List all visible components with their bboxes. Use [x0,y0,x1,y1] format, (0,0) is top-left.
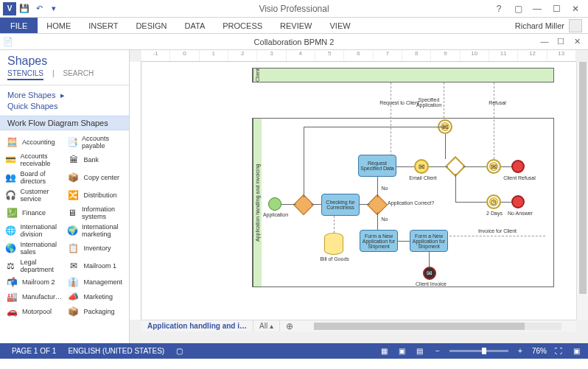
view-mode-icon[interactable]: ▦ [379,347,391,355]
scrollbar-horizontal[interactable] [314,323,561,330]
tab-file[interactable]: FILE [0,18,38,33]
sequence-flow[interactable] [501,202,511,203]
shape-item[interactable]: 📬Mailroom 2 [4,275,63,289]
start-event[interactable] [268,197,281,211]
maximize-icon[interactable]: ☐ [548,2,564,15]
event-email-client[interactable]: ✉ [414,159,429,174]
shape-item[interactable]: 📋Inventory [66,239,125,257]
shape-item[interactable]: 🏛Bank [66,151,125,169]
tab-data[interactable]: DATA [176,18,214,33]
shape-item[interactable]: 🏭Manufactur… [4,289,63,304]
close-icon[interactable]: ✕ [567,2,584,15]
help-icon[interactable]: ? [491,2,507,15]
scroll-thumb-h[interactable] [314,323,525,330]
status-page[interactable]: PAGE 1 OF 1 [6,347,62,355]
shape-item[interactable]: 🌎International sales [4,239,63,257]
sequence-flow[interactable] [377,177,378,197]
scrollbar-vertical[interactable] [576,62,588,320]
status-macro-icon[interactable]: ▢ [170,347,189,355]
view-mode-icon[interactable]: ▤ [414,347,426,355]
shape-item[interactable]: 📦Copy center [66,169,125,186]
sequence-flow[interactable] [501,166,511,167]
shape-item[interactable]: 🚗Motorpool [4,304,63,319]
tab-design[interactable]: DESIGN [127,18,175,33]
message-flow[interactable] [391,82,391,156]
minimize-icon[interactable]: — [529,2,545,15]
tab-view[interactable]: VIEW [321,18,359,33]
sequence-flow[interactable] [377,212,378,230]
doc-close-icon[interactable]: ✕ [570,37,584,46]
shape-item[interactable]: 🎧Customer service [4,186,63,204]
sequence-flow[interactable] [455,202,486,203]
shape-item[interactable]: ⚖Legal department [4,257,63,275]
shape-item[interactable]: 👥Board of directors [4,169,63,186]
page-tab-current[interactable]: Application handling and i… [141,320,253,331]
shape-item[interactable]: 🌐International division [4,222,63,239]
qat-dropdown-icon[interactable]: ▾ [47,2,60,15]
task-request-data[interactable]: Request Specified Data [358,155,396,177]
shape-item[interactable]: 📣Marketing [66,289,125,304]
sequence-flow[interactable] [281,204,296,205]
zoom-level[interactable]: 76% [532,347,547,355]
tab-review[interactable]: REVIEW [271,18,321,33]
page-add-button[interactable]: ⊕ [280,321,299,331]
sequence-flow[interactable] [304,127,445,127]
sequence-flow[interactable] [396,166,414,167]
subtab-stencils[interactable]: STENCILS [7,69,43,80]
sequence-flow[interactable] [429,166,448,167]
user-area[interactable]: Richard Miller [515,18,588,33]
sequence-flow[interactable] [445,134,446,159]
sequence-flow[interactable] [311,204,321,205]
shape-item[interactable]: 🌍International marketing [66,222,125,239]
data-association[interactable] [334,216,335,233]
fullscreen-icon[interactable]: ▣ [570,347,582,355]
save-icon[interactable]: 💾 [18,2,31,15]
shape-item[interactable]: 💹Finance [4,204,63,222]
undo-icon[interactable]: ↶ [32,2,46,15]
sequence-flow[interactable] [360,204,370,205]
view-mode-icon[interactable]: ▣ [396,347,408,355]
quick-shapes-link[interactable]: Quick Shapes [7,101,122,111]
datastore-bill[interactable] [324,233,343,255]
task-form-app-1[interactable]: Form a New Application for Shipment [360,230,398,252]
shape-item[interactable]: 👔Management [66,275,125,289]
pool-client[interactable]: Client [252,68,554,82]
shape-item[interactable]: 📦Packaging [66,304,125,319]
end-client-invoice[interactable]: ✉ [423,267,436,280]
intermediate-msg-refusal[interactable]: ✉ [486,159,501,174]
ribbon-toggle-icon[interactable]: ▢ [510,2,526,15]
shape-item[interactable]: 🔀Distribution [66,186,125,204]
sequence-flow[interactable] [463,166,486,167]
shape-item[interactable]: 🧮Accounting [4,133,63,151]
sequence-flow[interactable] [304,127,304,197]
stencil-header[interactable]: Work Flow Diagram Shapes [0,116,129,130]
shape-item[interactable]: 🖥Information systems [66,204,125,222]
doc-minimize-icon[interactable]: — [538,37,551,46]
scroll-thumb-v[interactable] [579,62,587,294]
doc-maximize-icon[interactable]: ☐ [554,37,567,46]
tab-home[interactable]: HOME [38,18,80,33]
tab-insert[interactable]: INSERT [80,18,127,33]
end-client-refusal[interactable] [511,160,525,173]
status-language[interactable]: ENGLISH (UNITED STATES) [62,347,170,355]
page-tab-all[interactable]: All ▴ [253,320,280,331]
task-check-correctness[interactable]: Checking for Correctness [321,194,360,216]
visio-app-icon[interactable]: V [3,2,16,15]
task-form-app-2[interactable]: Form a New Application for Shipment [410,230,448,252]
more-shapes-link[interactable]: More Shapes ▸ [7,90,122,101]
timer-event[interactable]: ◷ [486,194,501,209]
tab-process[interactable]: PROCESS [214,18,271,33]
message-flow[interactable] [494,82,494,159]
subtab-search[interactable]: SEARCH [63,69,94,80]
zoom-in-button[interactable]: + [514,347,526,355]
shape-item[interactable]: 💳Accounts receivable [4,151,63,169]
sequence-flow[interactable] [455,174,456,202]
shape-item[interactable]: ✉Mailroom 1 [66,257,125,275]
zoom-out-button[interactable]: − [432,347,444,355]
message-flow-invoice[interactable] [449,236,545,236]
drawing-canvas[interactable]: Client Application handling and invoicin… [141,62,576,320]
sequence-flow[interactable] [398,241,410,242]
shape-item[interactable]: 📑Accounts payable [66,133,125,151]
fit-page-icon[interactable]: ⛶ [553,347,564,355]
sequence-flow[interactable] [429,252,430,267]
